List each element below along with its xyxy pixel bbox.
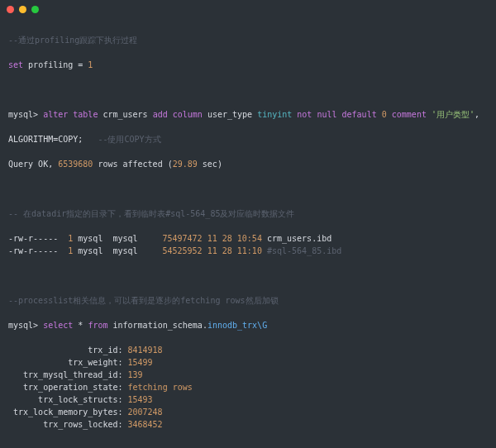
- trx-field: trx_lock_memory_bytes: 2007248: [8, 406, 488, 418]
- keyword: set: [8, 60, 23, 69]
- number: 1: [88, 60, 93, 69]
- window-titlebar: [0, 0, 496, 18]
- minimize-icon[interactable]: [19, 6, 26, 13]
- trx-field: trx_operation_state: fetching rows: [8, 381, 488, 393]
- variable: profiling: [28, 60, 73, 69]
- ls-listing: -rw-r----- 1 mysql mysql 75497472 11 28 …: [8, 232, 488, 257]
- comment-line: --processlist相关信息，可以看到是逐步的fetching rows然…: [8, 296, 279, 305]
- terminal-output: --通过profiling跟踪下执行过程 set profiling = 1 m…: [0, 18, 496, 448]
- comment-line: --通过profiling跟踪下执行过程: [8, 36, 137, 45]
- trx-field: trx_id: 8414918: [8, 344, 488, 356]
- trx-field: trx_mysql_thread_id: 139: [8, 369, 488, 381]
- ls-row: -rw-r----- 1 mysql mysql 75497472 11 28 …: [8, 232, 488, 245]
- close-icon[interactable]: [7, 6, 14, 13]
- trx-field: trx_lock_structs: 15493: [8, 393, 488, 406]
- trx-field: trx_weight: 15499: [8, 356, 488, 369]
- ls-row: -rw-r----- 1 mysql mysql 54525952 11 28 …: [8, 245, 488, 257]
- maximize-icon[interactable]: [31, 6, 39, 13]
- comment-line: -- 在datadir指定的目录下，看到临时表#sql-564_85及对应临时数…: [8, 209, 294, 218]
- trx-fields: trx_id: 8414918 trx_weight: 15499 trx_my…: [8, 344, 488, 431]
- trx-field: trx_rows_locked: 3468452: [8, 418, 488, 431]
- prompt: mysql>: [8, 110, 38, 119]
